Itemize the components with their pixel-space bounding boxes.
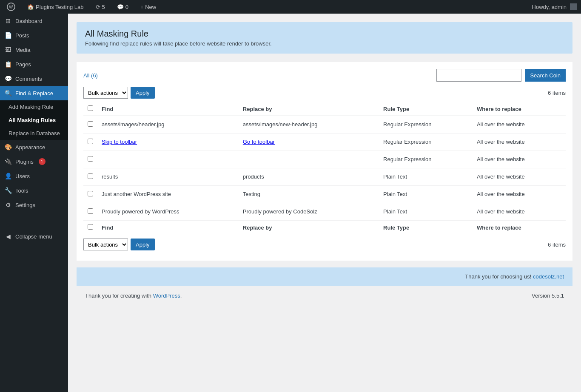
col-footer-rule-type: Rule Type: [379, 221, 473, 235]
row-checkbox-4[interactable]: [88, 191, 93, 196]
svg-text:W: W: [9, 5, 13, 9]
bulk-actions-select-top[interactable]: Bulk actions: [83, 87, 128, 99]
row-find-4: Just another WordPress site: [97, 186, 239, 203]
sidebar-item-tools[interactable]: 🔧 Tools: [0, 183, 68, 198]
table-row: Proudly powered by WordPress Proudly pow…: [83, 203, 566, 221]
col-header-where: Where to replace: [473, 102, 566, 116]
row-type-3: Plain Text: [379, 168, 473, 186]
col-header-find: Find: [97, 102, 239, 116]
wordpress-link[interactable]: WordPress: [153, 293, 180, 299]
row-where-5: All over the website: [473, 203, 566, 221]
sidebar-item-settings[interactable]: ⚙ Settings: [0, 198, 68, 212]
row-find-2: [97, 151, 239, 168]
sidebar-item-find-replace[interactable]: 🔍 Find & Replace: [0, 86, 68, 100]
find-replace-icon: 🔍: [4, 89, 12, 97]
row-replace-1: Go to toolbar: [239, 134, 379, 151]
page-header: All Masking Rule Following find replace …: [77, 22, 572, 54]
users-icon: 👤: [4, 172, 12, 180]
row-type-0: Regular Expression: [379, 116, 473, 134]
row-find-5: Proudly powered by WordPress: [97, 203, 239, 221]
table-row: assets/images/header.jpg assets/images/n…: [83, 116, 566, 134]
updates-icon: ⟳: [96, 4, 100, 10]
row-checkbox-0[interactable]: [88, 121, 93, 127]
sidebar-item-all-masking-rules[interactable]: All Masking Rules: [0, 114, 68, 127]
select-all-checkbox-bottom[interactable]: [88, 224, 93, 230]
footer-banner: Thank you for choosing us! codesolz.net: [77, 267, 572, 286]
col-header-rule-type: Rule Type: [379, 102, 473, 116]
adminbar-user[interactable]: Howdy, admin: [532, 3, 577, 10]
actions-bar-top: Bulk actions Apply 6 items: [83, 87, 566, 99]
row-where-4: All over the website: [473, 186, 566, 203]
admin-bar: W 🏠 Plugins Testing Lab ⟳ 5 💬 0 + New Ho…: [0, 0, 581, 14]
row-type-4: Plain Text: [379, 186, 473, 203]
plugins-badge: 1: [39, 158, 46, 165]
comments-icon: 💬: [117, 4, 124, 10]
adminbar-site[interactable]: 🏠 Plugins Testing Lab: [25, 0, 86, 14]
wp-version: Version 5.5.1: [532, 293, 564, 299]
adminbar-comments[interactable]: 💬 0: [114, 0, 131, 14]
search-coin-button[interactable]: Search Coin: [525, 69, 566, 82]
row-find-1: Skip to toolbar: [97, 134, 239, 151]
row-type-5: Plain Text: [379, 203, 473, 221]
sidebar-item-dashboard[interactable]: ⊞ Dashboard: [0, 14, 68, 28]
comments-icon: 💬: [4, 75, 12, 82]
page-title: All Masking Rule: [85, 29, 564, 39]
sidebar-item-comments[interactable]: 💬 Comments: [0, 71, 68, 86]
plugins-icon: 🔌: [4, 158, 12, 165]
sidebar-item-users[interactable]: 👤 Users: [0, 169, 68, 183]
apply-button-bottom[interactable]: Apply: [131, 239, 155, 250]
posts-icon: 📄: [4, 31, 12, 39]
search-input[interactable]: [436, 69, 521, 82]
bulk-actions-select-bottom[interactable]: Bulk actions: [83, 239, 128, 250]
row-find-3: results: [97, 168, 239, 186]
col-footer-replace: Replace by: [239, 221, 379, 235]
sidebar-item-media[interactable]: 🖼 Media: [0, 43, 68, 57]
sidebar: ⊞ Dashboard 📄 Posts 🖼 Media 📋 Pages 💬 Co…: [0, 14, 68, 392]
table-row: Skip to toolbar Go to toolbar Regular Ex…: [83, 134, 566, 151]
codesolz-link[interactable]: codesolz.net: [533, 273, 564, 280]
row-where-0: All over the website: [473, 116, 566, 134]
sidebar-item-pages[interactable]: 📋 Pages: [0, 57, 68, 71]
select-all-checkbox-top[interactable]: [88, 105, 93, 111]
row-where-3: All over the website: [473, 168, 566, 186]
sidebar-item-plugins[interactable]: 🔌 Plugins 1: [0, 154, 68, 169]
col-footer-find: Find: [97, 221, 239, 235]
adminbar-new[interactable]: + New: [138, 0, 159, 14]
row-replace-0: assets/images/new-header.jpg: [239, 116, 379, 134]
col-header-replace: Replace by: [239, 102, 379, 116]
sidebar-item-collapse[interactable]: ◀ Collapse menu: [0, 229, 68, 244]
sidebar-submenu-find-replace: Add Masking Rule All Masking Rules Repla…: [0, 100, 68, 140]
row-where-1: All over the website: [473, 134, 566, 151]
table-row: Just another WordPress site Testing Plai…: [83, 186, 566, 203]
row-replace-3: products: [239, 168, 379, 186]
actions-bar-bottom: Bulk actions Apply 6 items: [83, 239, 566, 250]
row-type-1: Regular Expression: [379, 134, 473, 151]
items-count-top: 6 items: [548, 90, 566, 96]
sidebar-item-appearance[interactable]: 🎨 Appearance: [0, 140, 68, 154]
sidebar-item-posts[interactable]: 📄 Posts: [0, 28, 68, 43]
filter-all-link[interactable]: All (6): [83, 72, 98, 79]
row-find-0: assets/images/header.jpg: [97, 116, 239, 134]
row-checkbox-3[interactable]: [88, 173, 93, 179]
adminbar-updates[interactable]: ⟳ 5: [93, 0, 108, 14]
col-footer-where: Where to replace: [473, 221, 566, 235]
row-checkbox-5[interactable]: [88, 208, 93, 214]
tools-icon: 🔧: [4, 187, 12, 194]
collapse-icon: ◀: [4, 233, 12, 240]
row-where-2: All over the website: [473, 151, 566, 168]
row-replace-2: [239, 151, 379, 168]
row-type-2: Regular Expression: [379, 151, 473, 168]
row-checkbox-1[interactable]: [88, 139, 93, 144]
adminbar-logo[interactable]: W: [4, 0, 18, 14]
row-checkbox-2[interactable]: [88, 156, 93, 162]
row-replace-4: Testing: [239, 186, 379, 203]
page-subtitle: Following find replace rules will take p…: [85, 40, 564, 47]
sidebar-item-add-masking-rule[interactable]: Add Masking Rule: [0, 100, 68, 114]
admin-avatar: [570, 3, 577, 10]
apply-button-top[interactable]: Apply: [131, 87, 155, 99]
sidebar-item-replace-database[interactable]: Replace in Database: [0, 127, 68, 140]
table-row: Regular Expression All over the website: [83, 151, 566, 168]
media-icon: 🖼: [4, 46, 12, 54]
wp-footer: Thank you for creating with WordPress. V…: [77, 286, 572, 306]
appearance-icon: 🎨: [4, 143, 12, 151]
